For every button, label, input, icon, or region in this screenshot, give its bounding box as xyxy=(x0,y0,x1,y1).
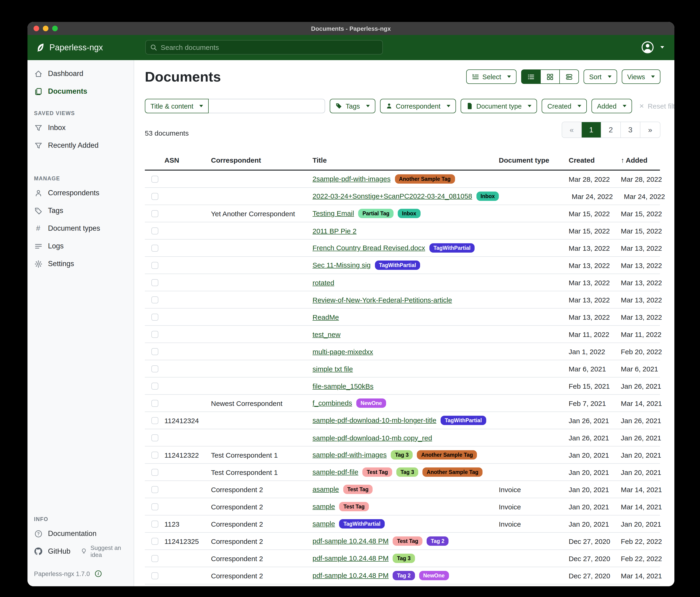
header-created[interactable]: Created xyxy=(566,156,618,164)
document-title-link[interactable]: 2022-03-24+Sonstige+ScanPC2022-03-24_081… xyxy=(312,192,472,200)
sort-button[interactable]: Sort xyxy=(583,69,617,84)
row-checkbox[interactable] xyxy=(151,538,158,545)
document-title-link[interactable]: file-sample_150kBs xyxy=(312,382,374,390)
tag-badge[interactable]: Test Tag xyxy=(362,468,392,477)
brand[interactable]: Paperless-ngx xyxy=(36,42,103,53)
sidebar-item-dashboard[interactable]: Dashboard xyxy=(27,65,134,82)
document-title-link[interactable]: rotated xyxy=(312,279,334,286)
tag-badge[interactable]: Partial Tag xyxy=(358,209,394,218)
sidebar-item-github[interactable]: GitHub xyxy=(27,543,71,560)
row-checkbox[interactable] xyxy=(151,382,158,389)
document-title-link[interactable]: sample xyxy=(312,503,335,510)
row-checkbox[interactable] xyxy=(151,279,158,286)
sidebar-item-settings[interactable]: Settings xyxy=(27,255,134,272)
row-checkbox[interactable] xyxy=(151,469,158,476)
sidebar-item-documents[interactable]: Documents xyxy=(27,82,134,100)
tag-badge[interactable]: Tag 2 xyxy=(427,536,449,546)
tag-badge[interactable]: NewOne xyxy=(356,399,386,408)
sidebar-item-documentation[interactable]: ? Documentation xyxy=(27,525,134,543)
created-filter-button[interactable]: Created xyxy=(542,99,587,113)
row-checkbox[interactable] xyxy=(151,503,158,510)
views-button[interactable]: Views xyxy=(622,69,660,84)
document-title-link[interactable]: sample-pdf-download-10-mb copy_red xyxy=(312,434,432,441)
tag-badge[interactable]: Another Sample Tag xyxy=(395,174,455,183)
pagination-page-3[interactable]: 3 xyxy=(621,122,641,138)
sidebar-item-logs[interactable]: Logs xyxy=(27,237,134,255)
row-checkbox[interactable] xyxy=(151,486,158,493)
filter-text-input[interactable] xyxy=(209,99,325,113)
row-checkbox[interactable] xyxy=(151,348,158,355)
select-button[interactable]: Select xyxy=(466,69,517,84)
reset-filters-button[interactable]: × Reset filters xyxy=(640,102,674,110)
global-search[interactable] xyxy=(145,40,383,54)
pagination-page-1[interactable]: 1 xyxy=(582,122,601,138)
pagination-next[interactable]: » xyxy=(641,122,660,138)
header-title[interactable]: Title xyxy=(310,156,496,164)
document-type-filter-button[interactable]: Document type xyxy=(460,99,537,113)
row-checkbox[interactable] xyxy=(151,400,158,407)
tag-badge[interactable]: TagWithPartial xyxy=(339,519,385,528)
row-checkbox[interactable] xyxy=(151,227,158,234)
tag-badge[interactable]: Test Tag xyxy=(339,502,369,511)
tag-badge[interactable]: NewOne xyxy=(419,571,449,580)
header-asn[interactable]: ASN xyxy=(161,156,208,164)
correspondent-filter-button[interactable]: Correspondent xyxy=(380,99,456,113)
document-title-link[interactable]: 2sample-pdf-with-images xyxy=(312,175,391,183)
tag-badge[interactable]: Another Sample Tag xyxy=(417,450,477,459)
row-checkbox[interactable] xyxy=(151,520,158,527)
row-checkbox[interactable] xyxy=(151,331,158,338)
tag-badge[interactable]: Test Tag xyxy=(343,485,373,494)
document-title-link[interactable]: Testing Email xyxy=(312,210,354,217)
pagination-prev[interactable]: « xyxy=(562,122,582,138)
row-checkbox[interactable] xyxy=(151,244,158,252)
document-title-link[interactable]: French Country Bread Revised.docx xyxy=(312,244,425,252)
document-title-link[interactable]: asample xyxy=(312,485,339,493)
tag-badge[interactable]: Inbox xyxy=(476,192,499,200)
tag-badge[interactable]: TagWithPartial xyxy=(429,243,475,253)
row-checkbox[interactable] xyxy=(151,175,158,183)
document-title-link[interactable]: pdf-sample 10.24.48 PM xyxy=(312,554,389,562)
document-title-link[interactable]: 2011 BP Pie 2 xyxy=(312,227,356,235)
row-checkbox[interactable] xyxy=(151,365,158,372)
tag-badge[interactable]: Test Tag xyxy=(393,536,422,546)
row-checkbox[interactable] xyxy=(151,210,158,217)
tag-badge[interactable]: Inbox xyxy=(398,209,420,218)
sidebar-item-inbox[interactable]: Inbox xyxy=(27,119,134,137)
search-input[interactable] xyxy=(161,43,378,51)
suggest-idea-link[interactable]: Suggest an idea xyxy=(81,544,134,558)
info-circle-icon[interactable]: i xyxy=(95,570,102,577)
document-title-link[interactable]: sample-pdf-download-10-mb-longer-title xyxy=(312,416,436,424)
document-title-link[interactable]: test_new xyxy=(312,330,341,338)
tag-badge[interactable]: Tag 3 xyxy=(396,468,418,477)
header-document-type[interactable]: Document type xyxy=(496,156,566,164)
sidebar-item-correspondents[interactable]: Correspondents xyxy=(27,184,134,202)
detail-view-button[interactable] xyxy=(559,69,579,84)
grid-view-button[interactable] xyxy=(540,69,559,84)
document-title-link[interactable]: f_combineds xyxy=(312,399,352,407)
row-checkbox[interactable] xyxy=(151,572,158,579)
user-menu[interactable] xyxy=(641,41,664,54)
tag-badge[interactable]: TagWithPartial xyxy=(375,261,420,270)
row-checkbox[interactable] xyxy=(151,555,158,562)
tag-badge[interactable]: TagWithPartial xyxy=(441,416,486,425)
document-title-link[interactable]: multi-page-mixedxx xyxy=(312,348,373,355)
document-title-link[interactable]: pdf-sample 10.24.48 PM xyxy=(312,572,389,579)
sidebar-item-recently-added[interactable]: Recently Added xyxy=(27,137,134,154)
tag-badge[interactable]: Tag 3 xyxy=(393,554,415,563)
row-checkbox[interactable] xyxy=(151,434,158,441)
document-title-link[interactable]: sample xyxy=(312,520,335,528)
row-checkbox[interactable] xyxy=(151,193,158,200)
sidebar-item-tags[interactable]: Tags xyxy=(27,202,134,219)
list-view-button[interactable] xyxy=(521,69,540,84)
row-checkbox[interactable] xyxy=(151,417,158,424)
document-title-link[interactable]: ReadMe xyxy=(312,313,339,321)
tag-badge[interactable]: Tag 3 xyxy=(391,450,412,459)
row-checkbox[interactable] xyxy=(151,451,158,458)
added-filter-button[interactable]: Added xyxy=(592,99,632,113)
tags-filter-button[interactable]: Tags xyxy=(330,99,375,113)
row-checkbox[interactable] xyxy=(151,262,158,269)
tag-badge[interactable]: Another Sample Tag xyxy=(422,468,482,477)
pagination-page-2[interactable]: 2 xyxy=(601,122,621,138)
document-title-link[interactable]: simple txt file xyxy=(312,365,353,373)
document-title-link[interactable]: sample-pdf-file xyxy=(312,468,358,476)
